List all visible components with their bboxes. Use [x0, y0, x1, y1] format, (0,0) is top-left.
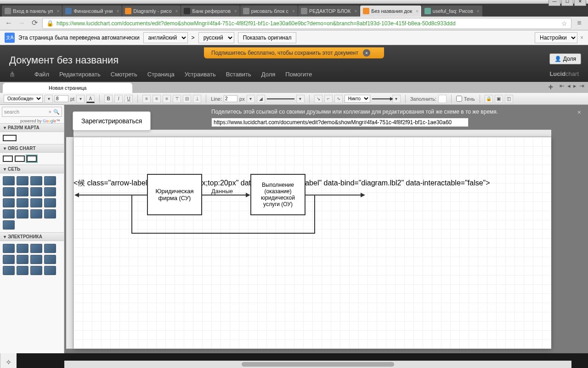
search-input[interactable]: search × 🔍: [2, 107, 62, 117]
shape-network[interactable]: [17, 198, 28, 207]
scrollbar-thumb[interactable]: [242, 362, 394, 367]
shape-electronics[interactable]: [3, 244, 15, 253]
shape-electronics[interactable]: [17, 266, 28, 275]
browser-tab-4[interactable]: рисовать блок с×: [240, 6, 298, 17]
window-close-button[interactable]: ✕: [574, 0, 586, 6]
align-middle-icon[interactable]: ⊟: [183, 95, 191, 103]
close-icon[interactable]: ×: [580, 34, 583, 41]
underline-button[interactable]: U: [124, 95, 133, 103]
close-icon[interactable]: ×: [475, 9, 480, 14]
shape-electronics[interactable]: [17, 244, 28, 253]
menu-button[interactable]: ≡: [574, 18, 584, 29]
shape-electronics[interactable]: [3, 255, 15, 264]
line-color-icon[interactable]: ◢: [257, 95, 265, 103]
font-stepper-icon[interactable]: ▾: [45, 95, 53, 103]
add-page-button[interactable]: +: [548, 82, 553, 92]
line-style-preview[interactable]: [267, 98, 294, 99]
signup-banner[interactable]: Подпишитесь бесплатно, чтобы сохранить э…: [204, 47, 384, 58]
panel-header-network[interactable]: ▾СЕТЬ: [0, 165, 64, 173]
close-icon[interactable]: ×: [414, 9, 418, 14]
panel-header-electronics[interactable]: ▾ЭЛЕКТРОНИКА: [0, 232, 64, 241]
menu-arrange[interactable]: Устраивать: [185, 71, 216, 78]
close-icon[interactable]: ×: [577, 109, 581, 116]
shape-electronics[interactable]: [3, 266, 15, 275]
browser-tab-3[interactable]: Банк рефератов×: [181, 6, 239, 17]
next-page-icon[interactable]: ▸: [573, 82, 577, 92]
shape-network[interactable]: [3, 209, 15, 218]
shape-network[interactable]: [44, 176, 56, 185]
shape-network[interactable]: [44, 187, 56, 196]
star-icon[interactable]: ☆: [561, 20, 567, 27]
diagram-box-2[interactable]: Выполнение (оказание) юридической услуги…: [250, 174, 305, 215]
close-icon[interactable]: ×: [352, 9, 357, 14]
close-icon[interactable]: ×: [363, 49, 370, 57]
shape-mindmap[interactable]: [3, 135, 17, 141]
browser-tab-7[interactable]: useful_faq: Рисов×: [422, 6, 482, 17]
browser-tab-0[interactable]: Вход в панель уп×: [2, 6, 62, 17]
connector-straight-icon[interactable]: ↘: [314, 95, 322, 103]
window-max-button[interactable]: ☐: [561, 0, 573, 6]
arrow-dropdown-icon[interactable]: ▾: [392, 95, 401, 103]
align-center-icon[interactable]: ≡: [153, 95, 161, 103]
align-top-icon[interactable]: ⊤: [173, 95, 181, 103]
shape-network[interactable]: [30, 176, 42, 185]
show-original-button[interactable]: Показать оригинал: [238, 32, 297, 43]
shape-network[interactable]: [44, 209, 56, 218]
shape-network[interactable]: [30, 187, 42, 196]
connector-elbow-icon[interactable]: ⌐: [324, 95, 333, 103]
horizontal-scrollbar[interactable]: [64, 361, 571, 368]
browser-tab-1[interactable]: Финансовый уни×: [62, 6, 122, 17]
align-right-icon[interactable]: ≡: [163, 95, 171, 103]
fill-color-icon[interactable]: [438, 95, 447, 103]
back-button[interactable]: ←: [4, 18, 14, 29]
font-color-icon[interactable]: A: [86, 95, 95, 103]
stepper-icon[interactable]: ▾: [76, 95, 85, 103]
panel-header-orgchart[interactable]: ▾ORG CHART: [0, 144, 64, 153]
close-icon[interactable]: ×: [174, 9, 178, 14]
share-url-input[interactable]: [211, 118, 469, 127]
share-button[interactable]: 👤 Доля: [549, 53, 581, 64]
shape-network[interactable]: [30, 198, 42, 207]
shape-network[interactable]: [44, 198, 56, 207]
shape-electronics[interactable]: [44, 244, 56, 253]
shape-electronics[interactable]: [44, 266, 56, 275]
shape-org[interactable]: [27, 155, 37, 162]
align-bottom-icon[interactable]: ⊥: [193, 95, 201, 103]
shape-network[interactable]: [3, 220, 15, 230]
menu-share[interactable]: Доля: [261, 71, 276, 78]
last-page-icon[interactable]: ⇥: [579, 82, 584, 92]
shape-network[interactable]: [3, 176, 15, 185]
shape-electronics[interactable]: [30, 255, 42, 264]
line-style-dropdown-icon[interactable]: ▾: [296, 95, 305, 103]
search-icon[interactable]: 🔍: [53, 109, 60, 115]
shape-electronics[interactable]: [30, 244, 42, 253]
shape-network[interactable]: [30, 209, 42, 218]
translate-settings-select[interactable]: Настройки: [535, 32, 577, 43]
lock-icon[interactable]: 🔒: [485, 95, 493, 103]
paper[interactable]: Юридическая фирма (СУ) Данные Выполнение…: [74, 137, 551, 349]
line-width-input[interactable]: [224, 95, 237, 102]
shape-network[interactable]: [17, 187, 28, 196]
menu-file[interactable]: Файл: [34, 71, 49, 78]
arrow-line[interactable]: [305, 195, 363, 196]
shape-electronics[interactable]: [17, 255, 28, 264]
close-icon[interactable]: ×: [114, 9, 119, 14]
window-min-button[interactable]: —: [548, 0, 560, 6]
connector-curve-icon[interactable]: ∿: [334, 95, 343, 103]
page-tab[interactable]: Новая страница: [3, 83, 132, 93]
navigator-icon[interactable]: ✧: [3, 357, 14, 368]
shape-network[interactable]: [17, 209, 28, 218]
stepper-icon[interactable]: ▾: [247, 95, 255, 103]
browser-tab-2[interactable]: Diagramly - рисо×: [122, 6, 181, 17]
register-button[interactable]: Зарегистрироваться: [73, 111, 151, 131]
bold-button[interactable]: B: [104, 95, 113, 103]
menu-insert[interactable]: Вставить: [226, 71, 251, 78]
browser-tab-5[interactable]: РЕДАКТОР БЛОК×: [298, 6, 360, 17]
menu-page[interactable]: Страница: [147, 71, 175, 78]
font-select[interactable]: Освобожден...: [4, 95, 43, 103]
italic-button[interactable]: I: [114, 95, 123, 103]
forward-button[interactable]: →: [17, 18, 27, 29]
shape-network[interactable]: [3, 198, 15, 207]
prev-page-icon[interactable]: ◂: [567, 82, 571, 92]
group-icon[interactable]: ▣: [495, 95, 503, 103]
